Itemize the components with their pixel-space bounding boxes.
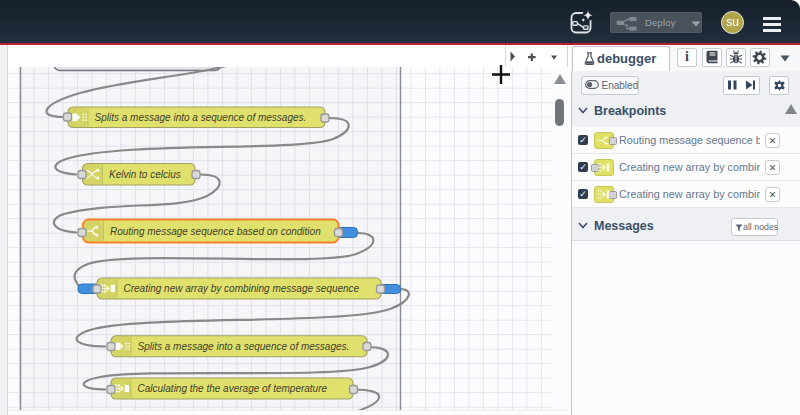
svg-text:Splits a message into a sequen: Splits a message into a sequence of mess… xyxy=(138,341,350,352)
svg-text:Creating new array by combinin: Creating new array by combining message … xyxy=(124,283,360,294)
svg-text:Routing message sequence based: Routing message sequence based on condit… xyxy=(110,226,321,237)
svg-text:Kelvin to celcius: Kelvin to celcius xyxy=(109,169,181,180)
svg-text:Splits a message into a sequen: Splits a message into a sequence of mess… xyxy=(95,112,307,123)
svg-text:Calculating the the average of: Calculating the the average of temperatu… xyxy=(138,383,328,394)
